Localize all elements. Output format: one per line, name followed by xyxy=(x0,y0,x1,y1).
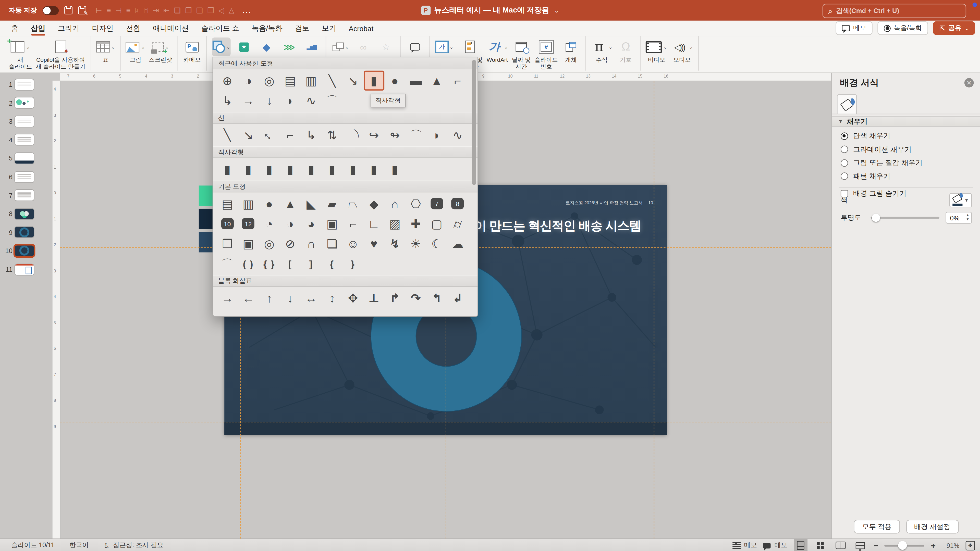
shape-이등변-삼각형[interactable]: ▲ xyxy=(280,194,301,213)
shape-구부러진-연결선[interactable]: ⌒ xyxy=(342,125,363,145)
ribbon-cameo-button[interactable]: 카메오 xyxy=(183,38,201,64)
ribbon-icons-button[interactable]: ★ xyxy=(234,38,253,56)
ribbon-date-time-button[interactable]: 날짜 및시간 xyxy=(512,38,531,71)
thumbnail-preview[interactable] xyxy=(15,264,34,275)
ribbon-object-button[interactable]: 개체 xyxy=(562,38,580,64)
save-icon[interactable] xyxy=(64,6,73,14)
zoom-level[interactable]: 91% xyxy=(942,542,959,549)
tab-디자인[interactable]: 디자인 xyxy=(86,21,120,36)
comments-button[interactable]: 메모 xyxy=(836,21,873,35)
shape-하트[interactable]: ♥ xyxy=(363,233,384,254)
ribbon-copilot-new-slide-button[interactable]: Copilot을 사용하여새 슬라이드 만들기 xyxy=(36,38,86,71)
slide-thumbnail-7[interactable]: 7 xyxy=(0,187,50,203)
shape-달[interactable]: ☾ xyxy=(426,233,447,254)
shape-왼쪽-위쪽-화살표[interactable]: ↰ xyxy=(426,288,447,308)
slideshow-button[interactable] xyxy=(854,539,867,551)
shape-꺾인-이중-화살표-연결선[interactable]: ⇅ xyxy=(321,125,342,145)
shape-십이각형[interactable]: 12 xyxy=(238,214,259,233)
shape-L-도형[interactable]: ∟ xyxy=(363,214,384,233)
shape-왼쪽-화살표[interactable]: ← xyxy=(238,288,259,308)
tab-전환[interactable]: 전환 xyxy=(120,21,146,36)
spinner-arrows[interactable]: ▲▼ xyxy=(966,213,969,221)
thumbnail-preview[interactable] xyxy=(15,135,34,145)
thumbnail-preview[interactable] xyxy=(15,227,34,238)
comments-toggle-button[interactable]: 메모 xyxy=(763,541,788,550)
radio-icon[interactable] xyxy=(841,172,848,180)
shape-눈물-방울[interactable]: ◕ xyxy=(301,214,321,233)
shape-육각형[interactable]: ⎔ xyxy=(405,194,426,213)
view-normal-button[interactable] xyxy=(794,539,808,551)
tab-Acrobat[interactable]: Acrobat xyxy=(342,21,380,36)
transparency-value-input[interactable]: 0% ▲▼ xyxy=(945,212,972,224)
shape-이중-중괄호[interactable]: { } xyxy=(259,254,280,273)
shape-꺾인-화살표-연결선[interactable]: ↳ xyxy=(217,91,238,110)
canvas-swatch-blue[interactable] xyxy=(199,232,213,252)
ribbon-slide-number-button[interactable]: #슬라이드번호 xyxy=(535,38,558,71)
shape-한쪽-모서리가-잘린-직사각형[interactable]: ▮ xyxy=(259,159,280,179)
shape-한쪽-모서리가-둥근-직사각형[interactable]: ▮ xyxy=(342,159,363,179)
shape-호[interactable]: ⌒ xyxy=(217,254,238,273)
ribbon-table-button[interactable]: ⌄표 xyxy=(96,38,115,64)
shape-왼쪽-오른쪽-화살표[interactable]: ↔ xyxy=(301,288,321,308)
notes-button[interactable]: 메모 xyxy=(732,541,757,550)
canvas-swatch-navy[interactable] xyxy=(199,209,213,229)
shape-자유-곡선[interactable]: ∿ xyxy=(301,91,321,110)
thumbnail-preview[interactable] xyxy=(15,171,34,182)
shape-십자형-화살표[interactable]: ✥ xyxy=(342,288,363,308)
ribbon-audio-button[interactable]: ◁)))⌄오디오 xyxy=(671,38,693,64)
shape-U자형-화살표[interactable]: ↷ xyxy=(405,288,426,308)
slide-thumbnail-4[interactable]: 4 xyxy=(0,132,50,148)
tab-삽입[interactable]: 삽입 xyxy=(25,21,52,36)
shape-오른쪽-중괄호[interactable]: } xyxy=(342,254,363,273)
slide-thumbnail-1[interactable]: 1 xyxy=(0,76,50,93)
shape-위쪽-화살표[interactable]: ↑ xyxy=(259,288,280,308)
shape-양쪽-모서리가-잘린-직사각형[interactable]: ▮ xyxy=(280,159,301,179)
thumbnail-preview[interactable] xyxy=(15,190,34,201)
ribbon-comment-button[interactable] xyxy=(406,38,425,56)
save-as-icon[interactable] xyxy=(78,6,86,14)
fill-section-header[interactable]: ▼ 채우기 xyxy=(832,116,980,127)
slide-thumbnail-5[interactable]: 5 xyxy=(0,150,50,167)
shape-팔각형[interactable]: 8 xyxy=(447,194,468,213)
ribbon-text-box-button[interactable]: 가⌄ xyxy=(435,38,454,56)
ribbon-zoom-slides-button[interactable]: ⌄ xyxy=(331,38,350,56)
shape-직각-삼각형[interactable]: ◣ xyxy=(301,194,321,213)
thumbnail-preview[interactable] xyxy=(15,153,34,164)
shape-사다리꼴[interactable]: ⏢ xyxy=(342,194,363,213)
thumbnail-preview[interactable] xyxy=(15,79,34,90)
shape-오른쪽-화살표[interactable]: → xyxy=(238,91,259,110)
thumbnail-preview[interactable] xyxy=(15,116,34,127)
shape-왼쪽-오른쪽-위쪽-화살표[interactable]: ⊥ xyxy=(363,288,384,308)
shape-도넛[interactable]: ◎ xyxy=(259,71,280,91)
ribbon-chart-button[interactable]: ▂▅▇ xyxy=(302,38,321,56)
shape-오른쪽-화살표[interactable]: → xyxy=(217,288,238,308)
canvas-swatch-green[interactable] xyxy=(199,186,213,206)
shape-다이아몬드[interactable]: ◆ xyxy=(363,194,384,213)
shape-해[interactable]: ☀ xyxy=(405,233,426,254)
apply-all-button[interactable]: 모두 적용 xyxy=(854,520,900,534)
shape-꺾인-연결선[interactable]: ⌐ xyxy=(447,71,468,91)
shape-구부러진-이중-화살표-연결선[interactable]: ↬ xyxy=(384,125,405,145)
shape-아래쪽-화살표[interactable]: ↓ xyxy=(280,288,301,308)
autosave-toggle[interactable] xyxy=(42,6,59,14)
panel-scrollbar[interactable] xyxy=(472,60,476,185)
shape-구름[interactable]: ☁ xyxy=(447,233,468,254)
share-button[interactable]: ⇱ 공유 ⌄ xyxy=(933,21,975,35)
shape-웃는-얼굴[interactable]: ☺ xyxy=(342,233,363,254)
shape-막힌-원호[interactable]: ∩ xyxy=(301,233,321,254)
radio-icon[interactable] xyxy=(841,146,848,153)
accessibility-status[interactable]: ♿ 접근성: 조사 필요 xyxy=(103,541,163,550)
shape-구부러진-화살표-연결선[interactable]: ↪ xyxy=(363,125,384,145)
radio-icon[interactable] xyxy=(841,159,848,166)
fill-option-그림 또는 질감 채우기[interactable]: 그림 또는 질감 채우기 xyxy=(841,158,923,168)
shape-원통[interactable]: ⌭ xyxy=(447,214,468,233)
shape-모서리가-둥근-직사각형[interactable]: ▮ xyxy=(238,159,259,179)
ribbon-video-button[interactable]: ⌄비디오 xyxy=(646,38,667,64)
tab-검토[interactable]: 검토 xyxy=(289,21,315,36)
shape-양쪽-모서리가-둥근-직사각형[interactable]: ▮ xyxy=(363,159,384,179)
slide-thumbnail-8[interactable]: 8 xyxy=(0,206,50,222)
tab-fill[interactable] xyxy=(837,94,857,114)
slide-thumbnail-9[interactable]: 9 xyxy=(0,224,50,241)
shape-정오각형[interactable]: ⌂ xyxy=(384,194,405,213)
ribbon-link-button[interactable]: ∞ xyxy=(354,38,372,56)
